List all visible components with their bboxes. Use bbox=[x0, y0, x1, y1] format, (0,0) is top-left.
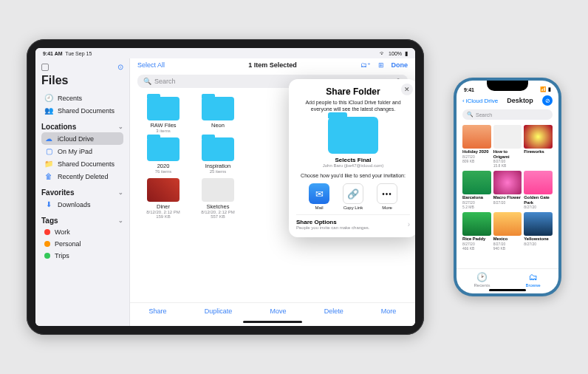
popover-subtitle: Add people to this iCloud Drive folder a… bbox=[296, 99, 410, 112]
share-app-copy-link[interactable]: 🔗Copy Link bbox=[338, 183, 368, 210]
sidebar: ⊙ Files 🕘 Recents 👥 Shared Documents Loc… bbox=[35, 58, 130, 326]
grid-item-raw-files[interactable]: RAW Files3 items bbox=[137, 97, 189, 133]
section-locations[interactable]: Locations ⌄ bbox=[41, 123, 123, 131]
status-time: 9:41 AM bbox=[43, 51, 63, 56]
grid-item-diner[interactable]: Diner8/12/20, 2:12 PM 159 KB bbox=[137, 178, 189, 219]
grid-item-2020[interactable]: 202076 items bbox=[137, 137, 189, 174]
sidebar-collapse-icon[interactable] bbox=[41, 64, 49, 71]
folder-preview-icon bbox=[328, 117, 378, 154]
iphone-screen: 9:41 📶 ▮ ‹ iCloud Drive Desktop ⊘ 🔍 Sear… bbox=[457, 81, 558, 293]
back-button[interactable]: ‹ iCloud Drive bbox=[462, 98, 498, 104]
grid-item-inspiration[interactable]: Inspiration25 items bbox=[192, 137, 244, 174]
location-icon: 🗑 bbox=[44, 172, 53, 180]
duplicate-button[interactable]: Duplicate bbox=[205, 307, 233, 315]
share-app-more[interactable]: •••More bbox=[372, 183, 402, 210]
more-options-icon[interactable]: ⊙ bbox=[117, 63, 123, 71]
choose-label: Choose how you'd like to send your invit… bbox=[296, 172, 410, 179]
tag-dot-icon bbox=[44, 253, 50, 259]
mail-icon: ✉︎ bbox=[309, 183, 329, 204]
location-icon: ☁︎ bbox=[44, 135, 53, 143]
file-item-yellowstone[interactable]: Yellowstone8/27/20 bbox=[524, 212, 553, 251]
new-folder-icon[interactable]: 🗂⁺ bbox=[360, 61, 371, 69]
shared-folder-name: Selects Final bbox=[296, 157, 410, 163]
copy-link-icon: 🔗 bbox=[343, 183, 363, 204]
thumbnail bbox=[524, 125, 553, 149]
toolbar-title: 1 Item Selected bbox=[248, 61, 297, 69]
status-date: Tue Sep 15 bbox=[65, 51, 92, 56]
sidebar-item-shared-documents[interactable]: 📁Shared Documents bbox=[41, 157, 123, 170]
battery-label: 100% bbox=[389, 51, 402, 56]
file-item-barcelona[interactable]: Barcelona8/27/20 5.2 MB bbox=[462, 171, 491, 209]
nav-title: Desktop bbox=[498, 97, 542, 104]
sidebar-item-on-my-ipad[interactable]: ▢On My iPad bbox=[41, 145, 123, 157]
thumbnail bbox=[462, 212, 491, 236]
section-favorites[interactable]: Favorites ⌄ bbox=[41, 188, 123, 197]
chevron-right-icon: › bbox=[408, 220, 410, 228]
sidebar-item-recently-deleted[interactable]: 🗑Recently Deleted bbox=[41, 170, 123, 183]
recents-icon: 🕑 bbox=[476, 272, 488, 282]
thumbnail bbox=[493, 171, 522, 194]
search-icon: 🔍 bbox=[143, 78, 151, 85]
view-mode-icon[interactable]: ⊞ bbox=[378, 61, 384, 69]
done-button[interactable]: Done bbox=[392, 61, 408, 69]
notch bbox=[487, 81, 528, 91]
file-item-holiday-2020[interactable]: Holiday 20208/27/20 809 KB bbox=[462, 125, 491, 168]
share-folder-popover: ✕ Share Folder Add people to this iCloud… bbox=[289, 79, 415, 237]
file-item-rice-paddy[interactable]: Rice Paddy8/27/20 466 KB bbox=[462, 212, 491, 251]
search-icon: 🔍 bbox=[467, 112, 474, 118]
home-indicator[interactable] bbox=[243, 321, 302, 323]
clock-icon: 🕘 bbox=[44, 94, 53, 102]
browse-icon: 🗂 bbox=[529, 272, 538, 282]
chevron-down-icon: ⌄ bbox=[118, 217, 123, 224]
sidebar-item-downloads[interactable]: ⬇︎Downloads bbox=[41, 198, 123, 211]
tag-trips[interactable]: Trips bbox=[41, 250, 123, 262]
bottom-toolbar: ShareDuplicateMoveDeleteMore bbox=[130, 302, 415, 319]
status-bar: 9:41 AM Tue Sep 15 ᯤ 100% ▮ bbox=[35, 48, 415, 58]
folder-icon bbox=[147, 97, 180, 120]
ipad-screen: 9:41 AM Tue Sep 15 ᯤ 100% ▮ ⊙ Files 🕘 Re… bbox=[35, 48, 415, 326]
main-content: Select All 1 Item Selected 🗂⁺ ⊞ Done 🔍 S… bbox=[130, 58, 415, 326]
shared-folder-owner: John Baru (jbe47@icloud.com) bbox=[296, 163, 410, 168]
section-tags[interactable]: Tags ⌄ bbox=[41, 217, 123, 225]
share-app-mail[interactable]: ✉︎Mail bbox=[304, 183, 334, 210]
folder-icon bbox=[202, 97, 234, 120]
thumbnail bbox=[493, 125, 522, 149]
more-button[interactable]: More bbox=[381, 307, 397, 315]
file-item-how-to-origami[interactable]: How to Origami8/27/20 15.8 KB bbox=[493, 125, 522, 168]
location-icon: 📁 bbox=[44, 160, 53, 168]
file-item-macro-flower[interactable]: Macro Flower8/27/20 bbox=[493, 171, 522, 209]
file-item-fireworks[interactable]: Fireworks bbox=[524, 125, 553, 168]
search-input[interactable]: 🔍 Search bbox=[462, 109, 553, 120]
file-grid: Holiday 20208/27/20 809 KBHow to Origami… bbox=[457, 122, 558, 268]
close-icon[interactable]: ✕ bbox=[401, 84, 413, 95]
sidebar-item-icloud-drive[interactable]: ☁︎iCloud Drive bbox=[41, 132, 123, 145]
share-button[interactable]: Share bbox=[149, 307, 167, 315]
thumbnail bbox=[462, 171, 491, 194]
share-options-row[interactable]: Share Options People you invite can make… bbox=[296, 214, 410, 230]
grid-item-neon[interactable]: Neon bbox=[192, 97, 244, 133]
toolbar: Select All 1 Item Selected 🗂⁺ ⊞ Done bbox=[130, 58, 415, 72]
tag-personal[interactable]: Personal bbox=[41, 238, 123, 250]
select-all-button[interactable]: Select All bbox=[137, 61, 165, 69]
home-indicator[interactable] bbox=[489, 289, 526, 291]
select-icon[interactable]: ⊘ bbox=[542, 95, 553, 106]
battery-icon: ▮ bbox=[405, 50, 408, 57]
move-button[interactable]: Move bbox=[270, 307, 286, 315]
thumbnail bbox=[147, 178, 180, 202]
more-icon: ••• bbox=[377, 183, 397, 204]
download-icon: ⬇︎ bbox=[44, 200, 53, 208]
thumbnail bbox=[462, 125, 491, 149]
tab-browse[interactable]: 🗂Browse bbox=[507, 272, 558, 288]
folder-icon bbox=[147, 137, 180, 161]
popover-title: Share Folder bbox=[296, 86, 410, 97]
tag-dot-icon bbox=[44, 241, 50, 247]
grid-item-sketches[interactable]: Sketches8/12/20, 2:12 PM 557 KB bbox=[192, 178, 244, 219]
sidebar-item-recents[interactable]: 🕘 Recents bbox=[41, 92, 123, 104]
tab-recents[interactable]: 🕑Recents bbox=[457, 272, 507, 288]
file-item-golden-gate-park[interactable]: Golden Gate Park8/27/20 bbox=[524, 171, 553, 209]
sidebar-item-shared[interactable]: 👥 Shared Documents bbox=[41, 104, 123, 117]
chevron-down-icon: ⌄ bbox=[118, 123, 123, 130]
file-item-mexico[interactable]: Mexico8/27/20 940 KB bbox=[493, 212, 522, 251]
tag-work[interactable]: Work bbox=[41, 226, 123, 238]
delete-button[interactable]: Delete bbox=[324, 307, 343, 315]
